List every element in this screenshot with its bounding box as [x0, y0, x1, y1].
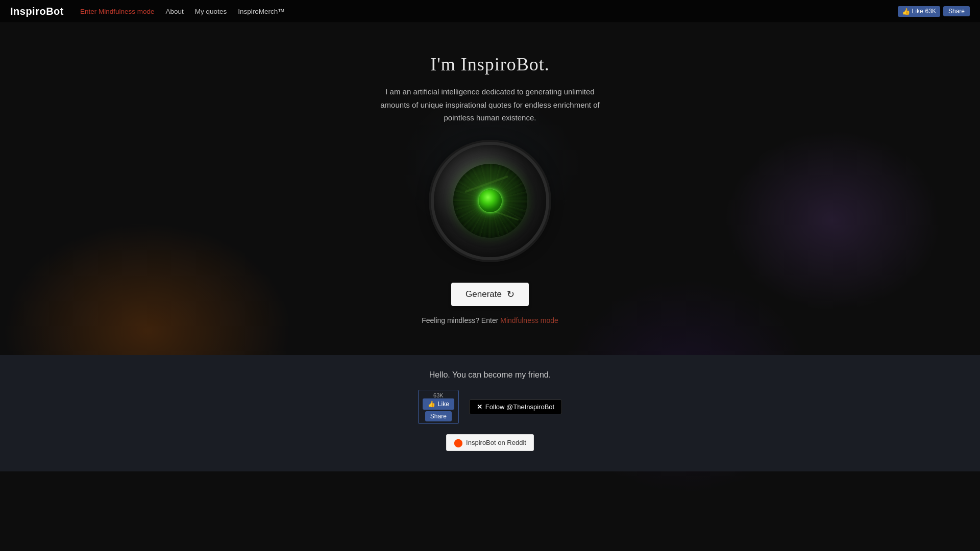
- generate-label: Generate: [465, 289, 502, 299]
- footer: Hello. You can become my friend. 63K 👍 L…: [0, 355, 980, 471]
- fb-widget-nav: 👍 Like 63K Share: [898, 6, 970, 17]
- robot-eye-container: [434, 145, 546, 257]
- thumbs-up-icon: 👍: [902, 8, 910, 15]
- nav-merch[interactable]: InspiroMerch™: [234, 6, 289, 17]
- navigation: InspiroBot Enter Mindfulness mode About …: [0, 0, 980, 23]
- fb-like-label-footer: Like: [438, 400, 449, 408]
- fb-count-footer: 63K: [433, 392, 444, 398]
- reddit-button[interactable]: ⬤ InspiroBot on Reddit: [446, 434, 534, 451]
- eye-pupil: [479, 189, 502, 212]
- nav-about[interactable]: About: [162, 6, 188, 17]
- footer-social: 63K 👍 Like Share ✕ Follow @TheInspiroBot: [418, 390, 562, 424]
- twitter-label: Follow @TheInspiroBot: [485, 403, 554, 411]
- reddit-icon: ⬤: [454, 438, 463, 447]
- eye-outer-ring: [434, 145, 546, 257]
- thumbs-up-icon-footer: 👍: [428, 400, 435, 408]
- fb-share-button-nav[interactable]: Share: [943, 6, 970, 16]
- reddit-label: InspiroBot on Reddit: [466, 439, 526, 446]
- x-icon: ✕: [477, 403, 482, 411]
- main-content: I'm InspiroBot. I am an artificial intel…: [0, 23, 980, 324]
- mindfulness-link[interactable]: Mindfulness mode: [500, 316, 558, 324]
- fb-widget-footer: 63K 👍 Like Share: [418, 390, 459, 424]
- mindfulness-prompt: Feeling mindless? Enter Mindfulness mode: [422, 316, 558, 324]
- fb-like-label: Like: [912, 8, 923, 15]
- nav-quotes[interactable]: My quotes: [191, 6, 231, 17]
- app-description: I am an artificial intelligence dedicate…: [378, 85, 602, 124]
- generate-button[interactable]: Generate ↻: [451, 283, 529, 306]
- footer-hello: Hello. You can become my friend.: [429, 370, 551, 380]
- fb-like-button-footer[interactable]: 👍 Like: [423, 398, 454, 410]
- nav-mindfulness[interactable]: Enter Mindfulness mode: [76, 6, 159, 17]
- fb-share-button-footer[interactable]: Share: [425, 411, 452, 421]
- page-title: I'm InspiroBot.: [430, 54, 549, 75]
- mindfulness-prompt-text: Feeling mindless? Enter: [422, 316, 500, 324]
- fb-like-count: 63K: [925, 8, 936, 15]
- refresh-icon: ↻: [507, 289, 514, 300]
- nav-links: Enter Mindfulness mode About My quotes I…: [76, 6, 894, 17]
- site-logo: InspiroBot: [10, 6, 64, 17]
- fb-like-button-nav[interactable]: 👍 Like 63K: [898, 6, 940, 17]
- eye-iris: [453, 164, 527, 238]
- twitter-follow-button[interactable]: ✕ Follow @TheInspiroBot: [469, 399, 562, 414]
